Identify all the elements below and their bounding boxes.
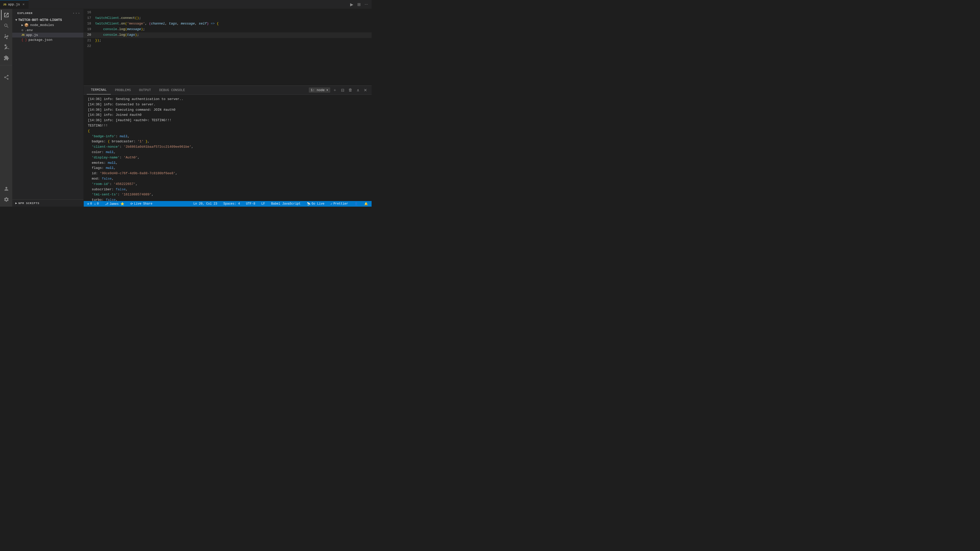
status-go-live[interactable]: 📡 Go Live xyxy=(305,201,326,206)
explorer-activity-icon[interactable] xyxy=(1,10,11,20)
encoding-label: UTF-8 xyxy=(246,202,255,206)
prettier-check-icon: ✓ xyxy=(331,202,332,206)
terminal-line-19: 'tmi-sent-ts': '1611088574089', xyxy=(88,192,368,197)
terminal-line-9: badges: { broadcaster: '1' }, xyxy=(88,139,368,144)
packagejson-file-label: package.json xyxy=(29,38,52,42)
line-content-21: }); xyxy=(95,38,372,43)
prettier-label: Prettier xyxy=(333,202,348,206)
terminal-line-14: flags: null, xyxy=(88,165,368,171)
tab-close-button[interactable]: × xyxy=(21,2,25,7)
env-file[interactable]: ⚙ .env xyxy=(12,28,83,33)
terminal-line-16: mod: false, xyxy=(88,176,368,182)
live-share-icon: ⟳ xyxy=(130,202,133,206)
appjs-file-label: app.js xyxy=(26,33,38,37)
settings-activity-icon[interactable] xyxy=(1,194,11,205)
appjs-file[interactable]: JS app.js xyxy=(12,33,83,38)
terminal-line-11: color: null, xyxy=(88,150,368,155)
npm-scripts-arrow-icon: ▶ xyxy=(15,201,18,205)
line-number-16: 16 xyxy=(84,10,95,15)
tab-bar: JS app.js × ▶ ⊞ ··· xyxy=(0,0,372,9)
go-live-icon: 📡 xyxy=(307,202,310,206)
spaces-label: Spaces: 4 xyxy=(223,202,240,206)
terminal-tab-output[interactable]: OUTPUT xyxy=(135,86,155,94)
terminal-line-12: 'display-name': 'Auth0', xyxy=(88,155,368,160)
activity-bottom xyxy=(1,184,11,206)
terminal-tab-terminal[interactable]: TERMINAL xyxy=(87,86,111,94)
status-notifications[interactable]: 🔔 xyxy=(363,201,369,206)
terminal-line-3: [14:36] info: Executing command: JOIN #a… xyxy=(88,107,368,113)
sidebar-more-button[interactable]: ··· xyxy=(73,11,80,16)
main-area: EXPLORER ··· ▼ TWITCH-BOT-WITH-LIGHTS ▶ … xyxy=(0,9,372,206)
extensions-activity-icon[interactable] xyxy=(1,53,11,63)
sidebar-title: EXPLORER xyxy=(18,12,33,15)
terminal-tabs: TERMINAL PROBLEMS OUTPUT DEBUG CONSOLE 1… xyxy=(84,86,372,95)
terminal-split-button[interactable]: ⊟ xyxy=(339,87,346,94)
terminal-line-17: 'room-id': '456222657', xyxy=(88,182,368,187)
status-bar: ⊘ 0 ⚠ 0 ⎇ James ⭐ ⟳ Live Share Ln 20, Co… xyxy=(84,201,372,206)
language-label: Babel JavaScript xyxy=(271,202,301,206)
code-lines: 16 17 twitchClient.connect(); 18 twitchC… xyxy=(84,9,372,86)
code-line-20[interactable]: 20 console.log(tags); xyxy=(84,32,372,38)
user-icon: 👤 xyxy=(354,202,358,206)
terminal-tab-problems[interactable]: PROBLEMS xyxy=(111,86,135,94)
tab-app-js[interactable]: JS app.js × xyxy=(0,0,29,9)
status-git-branch[interactable]: ⎇ James ⭐ xyxy=(103,201,126,206)
account-activity-icon[interactable] xyxy=(1,184,11,194)
npm-scripts-header[interactable]: ▶ NPM SCRIPTS xyxy=(12,200,83,206)
project-folder[interactable]: ▼ TWITCH-BOT-WITH-LIGHTS xyxy=(12,17,83,22)
layout-button[interactable]: ⊞ xyxy=(356,1,362,8)
error-count: 0 xyxy=(90,202,92,206)
status-spaces[interactable]: Spaces: 4 xyxy=(222,201,242,206)
run-button[interactable]: ▶ xyxy=(348,1,355,8)
code-line-19: 19 console.log(message); xyxy=(84,27,372,32)
more-button[interactable]: ··· xyxy=(363,1,369,8)
search-activity-icon[interactable] xyxy=(1,21,11,31)
code-editor[interactable]: 16 17 twitchClient.connect(); 18 twitchC… xyxy=(84,9,372,86)
status-errors[interactable]: ⊘ 0 ⚠ 0 xyxy=(86,201,100,206)
terminal-line-15: id: '90ce9d40-c76f-4d9b-8a88-7c8180bf6ee… xyxy=(88,171,368,176)
terminal-content[interactable]: [14:36] info: Sending authentication to … xyxy=(84,95,372,201)
toolbar-right: ▶ ⊞ ··· xyxy=(348,1,372,8)
line-ending-label: LF xyxy=(261,202,265,206)
status-prettier[interactable]: ✓ Prettier xyxy=(329,201,350,206)
status-live-share[interactable]: ⟳ Live Share xyxy=(129,201,154,206)
status-encoding[interactable]: UTF-8 xyxy=(245,201,257,206)
node-modules-icon: 📦 xyxy=(24,23,29,27)
line-content-19: console.log(message); xyxy=(95,27,372,32)
project-name: TWITCH-BOT-WITH-LIGHTS xyxy=(18,18,62,22)
code-line-21: 21 }); xyxy=(84,38,372,44)
git-branch-label: James ⭐ xyxy=(110,202,124,206)
terminal-close-button[interactable]: ✕ xyxy=(362,87,369,94)
status-position[interactable]: Ln 20, Col 23 xyxy=(192,201,219,206)
terminal-tab-debug[interactable]: DEBUG CONSOLE xyxy=(155,86,189,94)
terminal-line-2: [14:36] info: Connected to server. xyxy=(88,102,368,107)
status-bar-right: Ln 20, Col 23 Spaces: 4 UTF-8 LF Babel J… xyxy=(192,201,369,206)
terminal-trash-button[interactable]: 🗑 xyxy=(347,87,354,94)
npm-scripts-label: NPM SCRIPTS xyxy=(18,202,39,205)
terminal-line-6: TESTING!!! xyxy=(88,123,368,129)
source-control-activity-icon[interactable] xyxy=(1,32,11,41)
status-line-ending[interactable]: LF xyxy=(260,201,266,206)
status-bar-left: ⊘ 0 ⚠ 0 ⎇ James ⭐ ⟳ Live Share xyxy=(86,201,154,206)
status-language[interactable]: Babel JavaScript xyxy=(270,201,302,206)
code-line-16: 16 xyxy=(84,10,372,16)
terminal-chevron-up-button[interactable]: ∧ xyxy=(355,87,361,94)
editor-area: 16 17 twitchClient.connect(); 18 twitchC… xyxy=(84,9,372,206)
code-line-22: 22 xyxy=(84,44,372,49)
terminal-line-1: [14:36] info: Sending authentication to … xyxy=(88,97,368,102)
packagejson-file[interactable]: { } package.json xyxy=(12,38,83,42)
status-user[interactable]: 👤 xyxy=(353,201,360,206)
live-share-activity-icon[interactable] xyxy=(1,72,11,83)
terminal-line-4: [14:36] info: Joined #auth0 xyxy=(88,113,368,118)
run-debug-activity-icon[interactable] xyxy=(1,42,11,52)
terminal-add-button[interactable]: ＋ xyxy=(331,86,339,94)
line-number-21: 21 xyxy=(84,38,95,43)
node-modules-folder[interactable]: ▶ 📦 node_modules xyxy=(12,22,83,28)
node-modules-arrow-icon: ▶ xyxy=(21,23,23,27)
terminal-session-selector[interactable]: 1: node ▾ xyxy=(309,87,330,93)
live-share-label: Live Share xyxy=(134,202,152,206)
tab-label: app.js xyxy=(8,3,20,6)
line-content-18: twitchClient.on('message', (channel, tag… xyxy=(95,21,372,27)
line-content-17: twitchClient.connect(); xyxy=(95,16,372,21)
sidebar-header: EXPLORER ··· xyxy=(12,9,83,17)
